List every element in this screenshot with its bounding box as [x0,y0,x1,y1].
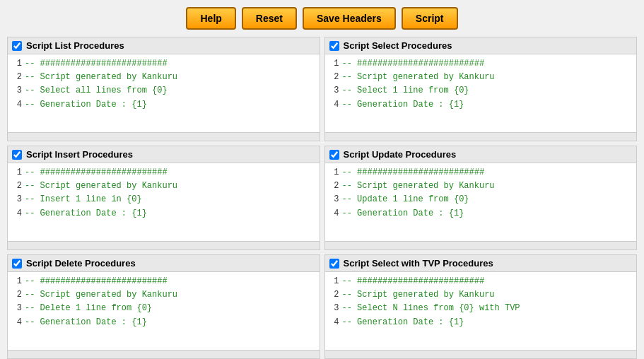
line-number: 2 [329,71,339,84]
line-code: -- Select N lines from {0} with TVP [342,302,520,315]
panel-checkbox-select-tvp[interactable] [329,259,339,269]
panel-list: Script List Procedures1-- ##############… [7,37,320,141]
line-number: 1 [329,166,339,180]
line-number: 1 [12,166,22,180]
panel-select-tvp: Script Select with TVP Procedures1-- ###… [324,254,638,359]
code-line: 2-- Script generated by Kankuru [12,288,315,302]
code-line: 1-- ######################### [329,275,633,288]
line-number: 1 [329,275,339,288]
line-number: 2 [12,180,22,193]
line-code: -- Select 1 line from {0} [342,84,469,98]
code-line: 2-- Script generated by Kankuru [329,71,633,84]
code-line: 2-- Script generated by Kankuru [329,180,633,193]
panel-select: Script Select Procedures1-- ############… [324,37,638,141]
panel-header-delete: Script Delete Procedures [8,255,320,272]
line-number: 1 [12,275,22,288]
panel-label-insert: Script Insert Procedures [26,149,133,160]
panel-label-select: Script Select Procedures [344,40,452,51]
line-number: 4 [329,207,339,220]
line-code: -- Script generated by Kankuru [25,71,177,84]
toolbar: Help Reset Save Headers Script [7,7,637,30]
horizontal-scrollbar[interactable] [8,241,320,249]
panel-header-select-tvp: Script Select with TVP Procedures [325,255,637,272]
panel-label-list: Script List Procedures [26,40,124,51]
code-line: 1-- ######################### [329,57,633,71]
line-number: 2 [329,180,339,193]
code-line: 3-- Insert 1 line in {0} [12,193,315,206]
code-line: 1-- ######################### [12,57,315,71]
line-code: -- ######################### [25,57,168,71]
reset-button[interactable]: Reset [242,7,297,30]
line-code: -- ######################### [342,166,485,180]
horizontal-scrollbar[interactable] [325,350,637,358]
line-number: 1 [12,57,22,71]
line-number: 3 [12,302,22,315]
code-line: 3-- Select 1 line from {0} [329,84,633,98]
code-line: 2-- Script generated by Kankuru [329,288,633,302]
line-number: 3 [12,193,22,206]
code-area-insert[interactable]: 1-- #########################2-- Script … [8,163,320,241]
horizontal-scrollbar[interactable] [325,241,637,249]
line-code: -- ######################### [25,275,168,288]
horizontal-scrollbar[interactable] [8,350,320,358]
script-button[interactable]: Script [402,7,458,30]
line-code: -- Generation Date : {1} [342,316,464,329]
panel-checkbox-list[interactable] [12,41,22,51]
line-code: -- Update 1 line from {0} [342,193,469,206]
line-code: -- ######################### [342,275,485,288]
line-code: -- ######################### [342,57,485,71]
panel-checkbox-select[interactable] [329,41,339,51]
line-number: 4 [12,98,22,112]
panels-grid: Script List Procedures1-- ##############… [7,37,637,359]
code-line: 4-- Generation Date : {1} [12,207,315,220]
panel-label-select-tvp: Script Select with TVP Procedures [344,258,493,269]
code-line: 2-- Script generated by Kankuru [12,71,315,84]
code-line: 3-- Delete 1 line from {0} [12,302,315,315]
line-number: 4 [12,207,22,220]
line-code: -- Select all lines from {0} [25,84,168,98]
panel-delete: Script Delete Procedures1-- ############… [7,254,320,359]
line-number: 3 [329,302,339,315]
code-area-delete[interactable]: 1-- #########################2-- Script … [8,272,320,350]
save-headers-button[interactable]: Save Headers [303,7,396,30]
line-code: -- Script generated by Kankuru [25,288,177,302]
line-number: 2 [12,71,22,84]
panel-label-delete: Script Delete Procedures [26,258,136,269]
line-number: 4 [329,316,339,329]
line-number: 4 [12,316,22,329]
code-line: 2-- Script generated by Kankuru [12,180,315,193]
line-number: 2 [12,288,22,302]
code-line: 3-- Select N lines from {0} with TVP [329,302,633,315]
help-button[interactable]: Help [186,7,235,30]
code-line: 1-- ######################### [12,275,315,288]
panel-checkbox-delete[interactable] [12,259,22,269]
line-number: 3 [329,193,339,206]
line-code: -- Script generated by Kankuru [342,288,495,302]
line-code: -- Generation Date : {1} [25,98,147,112]
code-line: 4-- Generation Date : {1} [329,207,633,220]
line-code: -- Generation Date : {1} [342,207,464,220]
horizontal-scrollbar[interactable] [325,132,637,141]
code-line: 4-- Generation Date : {1} [12,98,315,112]
line-code: -- ######################### [25,166,168,180]
panel-label-update: Script Update Procedures [344,149,457,160]
panel-header-select: Script Select Procedures [325,37,637,54]
code-area-list[interactable]: 1-- #########################2-- Script … [8,54,320,132]
line-code: -- Delete 1 line from {0} [25,302,152,315]
line-code: -- Script generated by Kankuru [342,180,495,193]
panel-header-list: Script List Procedures [8,37,320,54]
code-area-update[interactable]: 1-- #########################2-- Script … [325,163,637,241]
code-area-select[interactable]: 1-- #########################2-- Script … [325,54,637,132]
code-area-select-tvp[interactable]: 1-- #########################2-- Script … [325,272,637,350]
line-code: -- Insert 1 line in {0} [25,193,142,206]
line-code: -- Generation Date : {1} [25,207,147,220]
line-code: -- Script generated by Kankuru [25,180,177,193]
panel-checkbox-update[interactable] [329,150,339,160]
line-code: -- Generation Date : {1} [25,316,147,329]
line-number: 1 [329,57,339,71]
code-line: 4-- Generation Date : {1} [12,316,315,329]
horizontal-scrollbar[interactable] [8,132,320,141]
panel-update: Script Update Procedures1-- ############… [324,146,638,250]
code-line: 4-- Generation Date : {1} [329,316,633,329]
panel-checkbox-insert[interactable] [12,150,22,160]
